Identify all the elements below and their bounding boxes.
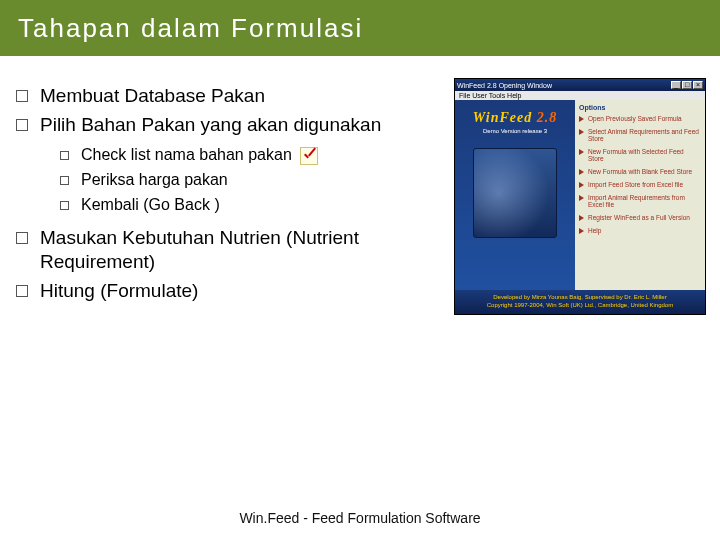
square-bullet-icon (60, 151, 69, 160)
list-text: Hitung (Formulate) (40, 279, 198, 304)
square-bullet-icon (60, 176, 69, 185)
app-logo: WinFeed 2.8 (473, 110, 557, 126)
list-text: Pilih Bahan Pakan yang akan digunakan (40, 113, 381, 138)
app-left-panel: WinFeed 2.8 Demo Version release 3 (455, 100, 575, 290)
option-item[interactable]: Help (579, 227, 701, 234)
option-item[interactable]: Register WinFeed as a Full Version (579, 214, 701, 221)
option-item[interactable]: Select Animal Requirements and Feed Stor… (579, 128, 701, 142)
list-text: Periksa harga pakan (81, 170, 228, 191)
square-bullet-icon (60, 201, 69, 210)
content-area: Membuat Database Pakan Pilih Bahan Pakan… (0, 56, 720, 315)
square-bullet-icon (16, 90, 28, 102)
app-footer: Developed by Mirza Younas Baig, Supervis… (455, 290, 705, 314)
list-item: Hitung (Formulate) (16, 279, 444, 304)
window-buttons: _ □ × (671, 81, 703, 89)
options-heading: Options (579, 104, 701, 111)
square-bullet-icon (16, 119, 28, 131)
triangle-icon (579, 182, 584, 188)
triangle-icon (579, 195, 584, 201)
list-item: Pilih Bahan Pakan yang akan digunakan (16, 113, 444, 138)
list-text: Check list nama bahan pakan (81, 145, 318, 166)
app-titlebar: WinFeed 2.8 Opening Window _ □ × (455, 79, 705, 91)
checkmark-icon (300, 147, 318, 165)
app-body: WinFeed 2.8 Demo Version release 3 Optio… (455, 100, 705, 290)
list-item: Check list nama bahan pakan (60, 145, 444, 166)
app-demo-label: Demo Version release 3 (483, 128, 547, 134)
list-text: Kembali (Go Back ) (81, 195, 220, 216)
option-item[interactable]: Import Animal Requirements from Excel fi… (579, 194, 701, 208)
app-title-text: WinFeed 2.8 Opening Window (457, 82, 552, 89)
triangle-icon (579, 116, 584, 122)
slide-footer: Win.Feed - Feed Formulation Software (0, 510, 720, 526)
option-item[interactable]: Import Feed Store from Excel file (579, 181, 701, 188)
main-bullet-list-2: Masukan Kebutuhan Nutrien (Nutrient Requ… (16, 226, 444, 304)
screenshot-column: WinFeed 2.8 Opening Window _ □ × File Us… (454, 78, 710, 315)
triangle-icon (579, 129, 584, 135)
minimize-icon[interactable]: _ (671, 81, 681, 89)
list-item: Periksa harga pakan (60, 170, 444, 191)
text-column: Membuat Database Pakan Pilih Bahan Pakan… (10, 78, 444, 315)
maximize-icon[interactable]: □ (682, 81, 692, 89)
app-graphic-icon (473, 148, 557, 238)
option-item[interactable]: New Formula with Selected Feed Store (579, 148, 701, 162)
triangle-icon (579, 149, 584, 155)
triangle-icon (579, 228, 584, 234)
main-bullet-list: Membuat Database Pakan Pilih Bahan Pakan… (16, 84, 444, 137)
triangle-icon (579, 169, 584, 175)
sub-bullet-list: Check list nama bahan pakan Periksa harg… (60, 145, 444, 215)
list-item: Masukan Kebutuhan Nutrien (Nutrient Requ… (16, 226, 444, 275)
slide-title: Tahapan dalam Formulasi (18, 13, 363, 44)
app-window: WinFeed 2.8 Opening Window _ □ × File Us… (454, 78, 706, 315)
close-icon[interactable]: × (693, 81, 703, 89)
square-bullet-icon (16, 285, 28, 297)
list-text: Masukan Kebutuhan Nutrien (Nutrient Requ… (40, 226, 444, 275)
triangle-icon (579, 215, 584, 221)
list-item: Membuat Database Pakan (16, 84, 444, 109)
list-text: Membuat Database Pakan (40, 84, 265, 109)
option-item[interactable]: Open Previously Saved Formula (579, 115, 701, 122)
list-item: Kembali (Go Back ) (60, 195, 444, 216)
option-item[interactable]: New Formula with Blank Feed Store (579, 168, 701, 175)
square-bullet-icon (16, 232, 28, 244)
app-menubar[interactable]: File User Tools Help (455, 91, 705, 100)
app-options-panel: Options Open Previously Saved Formula Se… (575, 100, 705, 290)
title-bar: Tahapan dalam Formulasi (0, 0, 720, 56)
